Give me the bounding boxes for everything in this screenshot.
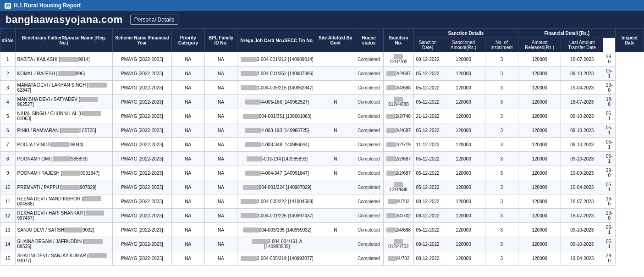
beneficiary-name: REKHA DEVI / HARI SHANKAR [ 997437] <box>15 209 113 223</box>
table-container: #SNo Beneficiary Father/Spouse Name [Reg… <box>0 28 644 266</box>
report-table: #SNo Beneficiary Father/Spouse Name [Reg… <box>0 28 644 266</box>
col-sanctioned-amount: Sanctioned Amount(Rs.) <box>442 38 485 52</box>
beneficiary-name: PREMVATI / PAPPU [ 987029] <box>15 180 113 194</box>
col-sanction-no: Sanction No. <box>384 29 413 52</box>
beneficiary-name: POONAM / OMI [ 985893] <box>15 152 113 166</box>
table-row: 8POONAM / OMI [ 985893]PMAYG [2022-2023]… <box>0 152 644 166</box>
col-last-transfer-date: Last Amount Transfer Date <box>561 38 603 52</box>
col-amount-released: Amount Released(Rs.) <box>518 38 561 52</box>
table-row: 5NIHAL SINGH / CHUNNI LAL [U 81063]PMAYG… <box>0 109 644 123</box>
col-sno: #SNo <box>0 29 16 52</box>
beneficiary-name: SHALINI DEVI / SANJAY KUMAR [ 93077] <box>15 251 113 266</box>
beneficiary-name: POONAM / RAJESH [ 0991847] <box>15 166 113 180</box>
table-row: 2KOMAL / RAJESH [ 896]PMAYG [2022-2023]N… <box>0 66 644 81</box>
beneficiary-name: SHAINA BEGAM / JAFRUDDIN [ 88535] <box>15 237 113 251</box>
col-inspection-date: Inspect Date <box>616 29 644 52</box>
title-bar: ⊞ H.1 Rural Housing Report <box>0 0 644 11</box>
col-sanction-details-group: Sanction Details <box>413 29 518 38</box>
table-row: 13SANJU DEVI / SATISH 9032]PMAYG [2022-2… <box>0 223 644 237</box>
title-bar-icon: ⊞ <box>5 3 11 9</box>
col-financial-details-group: Financial Detail [Rs.] <box>518 29 616 38</box>
beneficiary-name: PINKI / RAMVARAN [ 185725] <box>15 123 113 138</box>
table-row: 7POOJA / VINOD 36044]PMAYG [2022-2023]NA… <box>0 138 644 152</box>
col-nrega: Nrega Job Card No./SECC Tin No. <box>237 29 317 52</box>
table-row: 11REENA DEVI / NAND KISHOR [ 004588]PMAY… <box>0 194 644 209</box>
table-row: 9POONAM / RAJESH [ 0991847]PMAYG [2022-2… <box>0 166 644 180</box>
col-priority: Priority Category <box>171 29 205 52</box>
beneficiary-name: MANISHA DEVI / SATYADEV [ 962527] <box>15 95 113 109</box>
site-title: banglaawasyojana.com <box>6 14 123 26</box>
col-beneficiary: Beneficiary Father/Spouse Name [Reg. No.… <box>15 29 113 52</box>
table-row: 4MANISHA DEVI / SATYADEV [ 962527]PMAYG … <box>0 95 644 109</box>
col-house-status: House status <box>354 29 384 52</box>
beneficiary-name: NIHAL SINGH / CHUNNI LAL [U 81063] <box>15 109 113 123</box>
table-row: 10PREMVATI / PAPPU [ 987029]PMAYG [2022-… <box>0 180 644 194</box>
beneficiary-name: MAMATA DEVI / LAKHAN SINGH [ 62847] <box>15 81 113 95</box>
title-bar-title: H.1 Rural Housing Report <box>14 2 81 9</box>
table-row: 15SHALINI DEVI / SANJAY KUMAR [ 93077]PM… <box>0 251 644 266</box>
col-sanction-date: Sanction Date) <box>413 38 442 52</box>
table-row: 3MAMATA DEVI / LAKHAN SINGH [ 62847]PMAY… <box>0 81 644 95</box>
col-no-installment: No. of Installment <box>485 38 518 52</box>
table-row: 12REKHA DEVI / HARI SHANKAR [ 997437]PMA… <box>0 209 644 223</box>
beneficiary-name: KOMAL / RAJESH [ 896] <box>15 66 113 81</box>
beneficiary-name: BABITA / KAILASHI [ 9014] <box>15 52 113 66</box>
col-bpl: BPL Family ID No. <box>205 29 237 52</box>
page-header: banglaawasyojana.com Personal Details <box>0 11 644 28</box>
beneficiary-name: SANJU DEVI / SATISH 9032] <box>15 223 113 237</box>
col-scheme: Scheme Name /Financial Year <box>113 29 171 52</box>
beneficiary-name: REENA DEVI / NAND KISHOR [ 004588] <box>15 194 113 209</box>
personal-details-label: Personal Details <box>130 15 178 25</box>
table-row: 6PINKI / RAMVARAN [ 185725]PMAYG [2022-2… <box>0 123 644 138</box>
col-site-allotted: Site Allotted By Govt <box>317 29 354 52</box>
table-row: 1BABITA / KAILASHI [ 9014]PMAYG [2022-20… <box>0 52 644 66</box>
beneficiary-name: POOJA / VINOD 36044] <box>15 138 113 152</box>
table-row: 14SHAINA BEGAM / JAFRUDDIN [ 88535]PMAYG… <box>0 237 644 251</box>
